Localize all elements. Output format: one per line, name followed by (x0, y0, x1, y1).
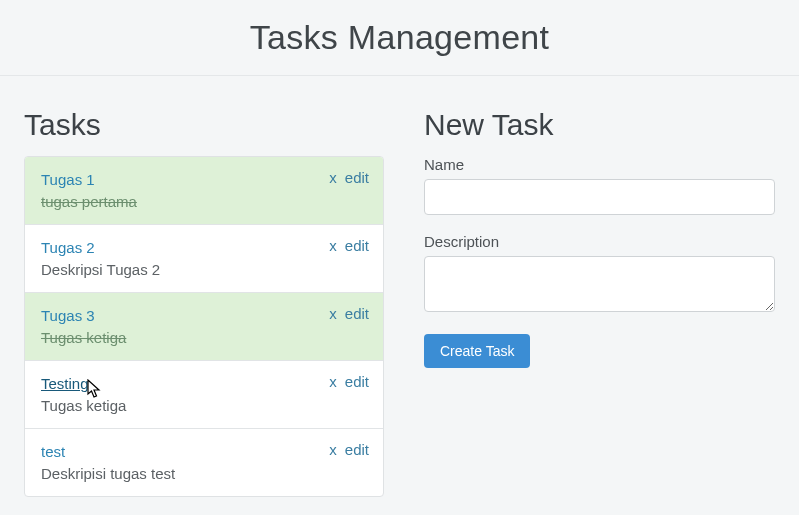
tasks-column: Tasks Tugas 1tugas pertamaxeditTugas 2De… (24, 108, 384, 497)
task-actions: xedit (321, 169, 369, 186)
task-list: Tugas 1tugas pertamaxeditTugas 2Deskrips… (24, 156, 384, 497)
task-item: TestingTugas ketigaxedit (25, 360, 383, 428)
name-label: Name (424, 156, 775, 173)
description-textarea[interactable] (424, 256, 775, 312)
edit-task-button[interactable]: edit (345, 169, 369, 186)
page-body: Tasks Tugas 1tugas pertamaxeditTugas 2De… (0, 76, 799, 515)
description-group: Description (424, 233, 775, 316)
task-actions: xedit (321, 441, 369, 458)
task-actions: xedit (321, 237, 369, 254)
task-description: Deskripsi Tugas 2 (41, 261, 367, 278)
page-title: Tasks Management (0, 18, 799, 57)
edit-task-button[interactable]: edit (345, 237, 369, 254)
edit-task-button[interactable]: edit (345, 305, 369, 322)
task-title-link[interactable]: Tugas 2 (41, 239, 95, 256)
task-item: Tugas 3Tugas ketigaxedit (25, 292, 383, 360)
name-group: Name (424, 156, 775, 215)
task-item: testDeskripisi tugas testxedit (25, 428, 383, 496)
task-title-link[interactable]: Testing (41, 375, 89, 392)
new-task-heading: New Task (424, 108, 775, 142)
new-task-column: New Task Name Description Create Task (424, 108, 775, 497)
delete-task-button[interactable]: x (329, 441, 337, 458)
tasks-heading: Tasks (24, 108, 384, 142)
task-description: tugas pertama (41, 193, 367, 210)
task-item: Tugas 2Deskripsi Tugas 2xedit (25, 224, 383, 292)
task-actions: xedit (321, 373, 369, 390)
description-label: Description (424, 233, 775, 250)
create-task-button[interactable]: Create Task (424, 334, 530, 368)
task-description: Deskripisi tugas test (41, 465, 367, 482)
task-description: Tugas ketiga (41, 397, 367, 414)
delete-task-button[interactable]: x (329, 305, 337, 322)
task-title-link[interactable]: Tugas 1 (41, 171, 95, 188)
delete-task-button[interactable]: x (329, 169, 337, 186)
task-title-link[interactable]: test (41, 443, 65, 460)
edit-task-button[interactable]: edit (345, 373, 369, 390)
name-input[interactable] (424, 179, 775, 215)
delete-task-button[interactable]: x (329, 373, 337, 390)
task-title-link[interactable]: Tugas 3 (41, 307, 95, 324)
task-actions: xedit (321, 305, 369, 322)
header-bar: Tasks Management (0, 0, 799, 76)
edit-task-button[interactable]: edit (345, 441, 369, 458)
task-item: Tugas 1tugas pertamaxedit (25, 157, 383, 224)
delete-task-button[interactable]: x (329, 237, 337, 254)
task-description: Tugas ketiga (41, 329, 367, 346)
